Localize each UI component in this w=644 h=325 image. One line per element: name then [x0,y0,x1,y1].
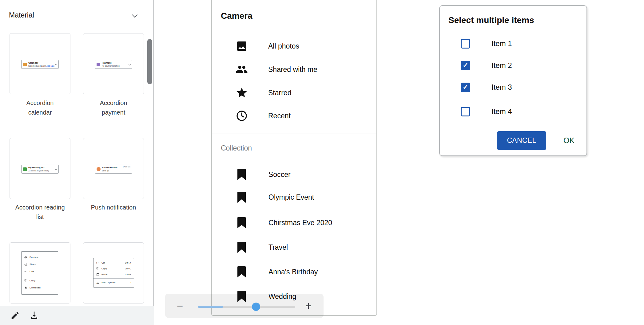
edit-library-button[interactable] [10,310,20,321]
mini-title: My reading list [28,166,49,169]
list-item-recent[interactable]: Recent [212,108,376,124]
collection-item-soccer[interactable]: Soccer [212,167,376,182]
collection-item-wedding[interactable]: Wedding [212,289,376,304]
chevron-down-icon [55,63,57,65]
pencil-icon [10,311,20,320]
checkbox-row-item-4[interactable]: ✓ Item 4 [461,105,512,118]
bookmark-icon [237,192,246,203]
checkbox-icon[interactable]: ✓ [461,39,470,49]
library-card-accordion-payment[interactable]: Payment No payment profiles [83,33,144,94]
collection-item-christmas-eve[interactable]: Chirstmas Eve 2020 [212,215,376,230]
people-icon [235,63,248,76]
menu-item-link: Link [22,268,58,275]
list-item-starred[interactable]: Starred [212,85,376,101]
check-icon: ✓ [463,62,468,69]
context-menu-preview: ✂ Cut Ctrl+X Copy Ctrl+C Paste Ctrl+P ☁ [93,258,134,288]
checkbox-row-item-3[interactable]: ✓ Item 3 [461,81,512,93]
copy-icon [24,279,27,282]
sidebar-scrollbar[interactable] [147,39,152,84]
list-item-all-photos[interactable]: All photos [212,38,376,54]
download-icon [24,286,27,289]
app-root: Material Calendar No scheduled event Add… [0,0,644,325]
download-tray-icon [30,311,39,320]
calendar-icon [23,63,27,66]
library-card-context-menu-share[interactable]: Preview Share Link Copy Download [10,242,70,303]
list-item-shared-with-me[interactable]: Shared with me [212,61,376,77]
book-icon [23,167,27,171]
mini-timestamp: 17:00 pm [123,166,130,168]
library-card-accordion-reading-list[interactable]: My reading list 23 books in your library [10,138,70,199]
section-divider [212,134,376,134]
accordion-reading-preview: My reading list 23 books in your library [21,165,59,174]
paste-icon [96,273,99,276]
accordion-calendar-preview: Calendar No scheduled event Add New [21,60,59,69]
ok-button[interactable]: OK [557,131,581,150]
accordion-payment-preview: Payment No payment profiles [95,60,132,69]
bookmark-icon [237,266,246,277]
checkbox-row-item-1[interactable]: ✓ Item 1 [461,37,512,50]
card-caption: Push notification [83,203,144,212]
avatar [97,167,101,171]
person-add-icon [24,263,27,266]
library-section-header[interactable]: Material [9,11,144,21]
collection-item-travel[interactable]: Travel [212,240,376,255]
scissors-icon: ✂ [96,261,99,264]
library-card-context-menu-clipboard[interactable]: ✂ Cut Ctrl+X Copy Ctrl+C Paste Ctrl+P ☁ [83,242,144,303]
collection-item-annas-birthday[interactable]: Anna's Birthday [212,264,376,279]
menu-divider [93,278,134,279]
mini-title: Calendar [28,61,54,65]
cloud-icon: ☁ [96,281,99,284]
menu-item-paste: Paste Ctrl+P [93,272,134,277]
bookmark-icon [237,242,246,253]
zoom-slider-handle[interactable] [252,303,260,311]
context-menu-preview: Preview Share Link Copy Download [21,251,58,295]
menu-item-copy: Copy Ctrl+C [93,266,134,272]
photo-library-icon [235,39,248,53]
bookmark-icon [237,291,246,302]
select-items-dialog[interactable]: Select multiple items ✓ Item 1 ✓ Item 2 … [439,5,587,156]
collection-section-title: Collection [221,144,252,152]
mini-subtitle: No payment profiles [102,65,120,67]
menu-item-cut: ✂ Cut Ctrl+X [93,260,134,266]
menu-divider [22,276,58,276]
camera-wireframe-panel[interactable]: Camera All photos Shared with me Starred… [211,0,377,316]
section-title: Material [9,11,34,19]
mini-link: Add New [46,65,54,67]
library-card-push-notification[interactable]: Louise Brown Let's go 17:00 pm [83,138,144,199]
chevron-down-icon [129,63,131,65]
zoom-slider-track[interactable] [198,306,295,308]
card-caption: Accordion reading list [10,203,70,222]
zoom-slider-fill [198,306,223,308]
card-caption: Accordion calendar [10,98,70,117]
menu-item-copy: Copy [22,277,58,284]
bookmark-icon [237,217,246,228]
mini-title: Payment [102,61,120,65]
panel-title: Camera [221,11,252,21]
card-caption: Accordion payment [83,98,144,117]
clock-icon [235,109,248,123]
link-icon [24,270,27,273]
checkbox-icon[interactable]: ✓ [461,83,470,92]
chevron-down-icon[interactable] [132,12,137,18]
cancel-button[interactable]: CANCEL [497,131,546,150]
library-card-accordion-calendar[interactable]: Calendar No scheduled event Add New [10,33,70,94]
copy-icon [96,267,99,270]
checkbox-row-item-2[interactable]: ✓ Item 2 [461,59,512,72]
push-notification-preview: Louise Brown Let's go 17:00 pm [95,165,132,174]
zoom-out-button[interactable]: − [174,294,186,318]
mini-subtitle: 23 books in your library [28,169,49,172]
check-icon: ✓ [463,84,468,91]
collection-item-olympic-event[interactable]: Olympic Event [212,190,376,205]
checkbox-icon[interactable]: ✓ [461,61,470,70]
sidebar-toolbar [0,306,154,325]
export-library-button[interactable] [29,310,39,321]
menu-item-share: Share [22,261,58,268]
eye-icon [24,256,27,259]
mini-title: Louise Brown [102,166,117,169]
checkbox-icon[interactable]: ✓ [461,107,470,116]
payment-icon [97,63,100,66]
library-sidebar: Material Calendar No scheduled event Add… [0,0,154,325]
bookmark-icon [237,169,246,180]
star-icon [235,86,248,100]
menu-item-web-clipboard: ☁ Web clipboard › [93,280,134,285]
